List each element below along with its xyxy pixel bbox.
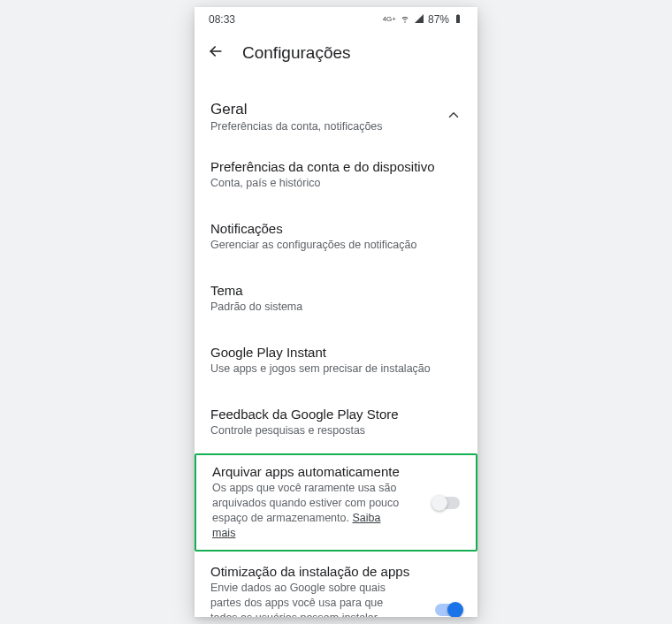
item-optimize-text: Otimização da instalação de apps Envie d… <box>210 564 426 617</box>
back-button[interactable] <box>205 42 226 64</box>
item-feedback-subtitle: Controle pesquisas e respostas <box>210 423 462 438</box>
item-instant[interactable]: Google Play Instant Use apps e jogos sem… <box>195 334 477 387</box>
spacer <box>195 325 477 334</box>
section-geral[interactable]: Geral Preferências da conta, notificaçõe… <box>195 87 477 140</box>
item-optimize-desc: Envie dados ao Google sobre quais partes… <box>210 582 386 617</box>
item-optimize-subtitle: Envie dados ao Google sobre quais partes… <box>210 581 405 617</box>
item-archive-title: Arquivar apps automaticamente <box>212 464 424 479</box>
network-type-icon: 4G+ <box>383 16 396 23</box>
item-theme[interactable]: Tema Padrão do sistema <box>195 272 477 325</box>
item-account-prefs[interactable]: Preferências da conta e do dispositivo C… <box>195 148 477 202</box>
phone-frame: 08:33 4G+ 87% Configurações Geral P <box>195 7 477 617</box>
item-feedback-title: Feedback da Google Play Store <box>210 407 462 422</box>
item-archive-text: Arquivar apps automaticamente Os apps qu… <box>212 464 424 541</box>
archive-toggle[interactable] <box>433 497 460 509</box>
spacer <box>195 387 477 396</box>
toggle-knob <box>447 602 463 617</box>
item-optimize-title: Otimização da instalação de apps <box>210 564 426 579</box>
item-feedback[interactable]: Feedback da Google Play Store Controle p… <box>195 396 477 449</box>
item-optimize[interactable]: Otimização da instalação de apps Envie d… <box>195 552 477 617</box>
item-instant-subtitle: Use apps e jogos sem precisar de instala… <box>210 361 462 377</box>
item-account-subtitle: Conta, país e histórico <box>210 176 462 191</box>
item-notifications-subtitle: Gerenciar as configurações de notificaçã… <box>210 238 462 253</box>
section-geral-title: Geral <box>210 101 383 118</box>
app-bar: Configurações <box>195 32 477 74</box>
status-bar: 08:33 4G+ 87% <box>195 7 477 32</box>
battery-text: 87% <box>428 13 449 26</box>
battery-icon <box>453 13 463 27</box>
highlight-box: Arquivar apps automaticamente Os apps qu… <box>195 453 477 552</box>
arrow-left-icon <box>207 42 225 64</box>
page-title: Configurações <box>242 43 351 63</box>
item-notifications[interactable]: Notificações Gerenciar as configurações … <box>195 210 477 263</box>
spacer <box>195 140 477 148</box>
status-time: 08:33 <box>209 13 235 26</box>
optimize-toggle[interactable] <box>435 604 462 616</box>
signal-icon <box>414 13 424 27</box>
toggle-knob <box>431 495 447 511</box>
item-instant-title: Google Play Instant <box>210 345 462 360</box>
item-archive-subtitle: Os apps que você raramente usa são arqui… <box>212 481 407 541</box>
item-notifications-title: Notificações <box>210 221 462 236</box>
chevron-up-icon <box>446 107 462 126</box>
spacer <box>195 263 477 272</box>
section-geral-subtitle: Preferências da conta, notificações <box>210 120 383 133</box>
wifi-icon <box>400 13 410 27</box>
item-theme-title: Tema <box>210 283 462 298</box>
status-right: 4G+ 87% <box>383 13 463 27</box>
spacer <box>195 202 477 210</box>
section-geral-text: Geral Preferências da conta, notificaçõe… <box>210 101 383 133</box>
item-account-title: Preferências da conta e do dispositivo <box>210 159 462 174</box>
item-archive[interactable]: Arquivar apps automaticamente Os apps qu… <box>196 455 476 550</box>
item-theme-subtitle: Padrão do sistema <box>210 300 462 315</box>
